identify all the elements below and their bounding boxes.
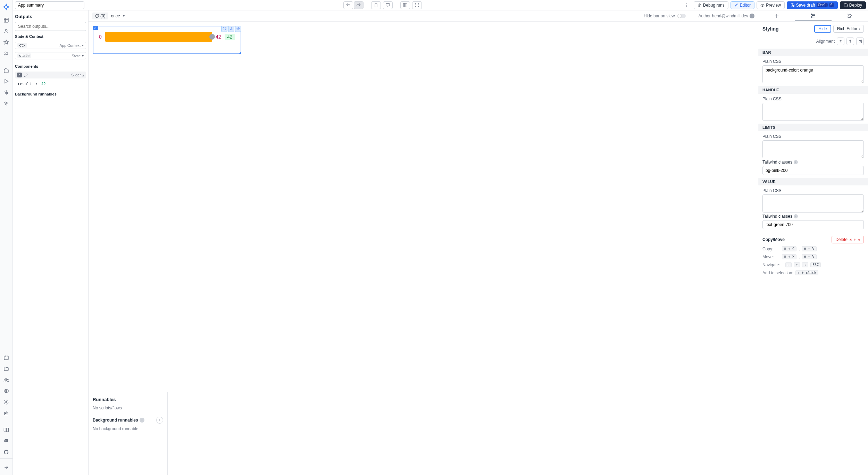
hide-bar-label: Hide bar on view — [644, 14, 675, 18]
state-context-header: State & Context — [15, 34, 86, 39]
windmill-logo-icon[interactable] — [2, 3, 10, 11]
save-draft-button[interactable]: Save draft Ctrl S — [787, 1, 838, 9]
value-css-input[interactable] — [762, 194, 864, 212]
user-icon[interactable] — [1, 26, 11, 36]
limits-css-input[interactable] — [762, 140, 864, 158]
rich-editor-button[interactable]: Rich Editor › — [833, 25, 864, 33]
desktop-view-button[interactable] — [383, 1, 393, 9]
selected-component[interactable]: a 0 42 42 — [93, 26, 241, 54]
deploy-label: Deploy — [849, 3, 862, 8]
workspace-icon[interactable] — [1, 15, 11, 25]
tailwind-label: Tailwind classes — [762, 214, 792, 219]
gear-icon[interactable] — [1, 397, 11, 407]
hide-bar-toggle[interactable] — [677, 14, 686, 18]
outputs-title: Outputs — [15, 13, 86, 20]
slider-thumb[interactable] — [209, 34, 215, 40]
svg-point-22 — [762, 5, 763, 6]
align-right-button[interactable] — [856, 38, 864, 45]
info-icon[interactable]: i — [750, 14, 754, 18]
debug-runs-button[interactable]: Debug runs — [694, 1, 728, 9]
slider-max: 42 — [216, 34, 221, 40]
nav-kbd-up: ↑ — [794, 262, 800, 267]
layout-button[interactable] — [400, 1, 410, 9]
delete-button[interactable]: Delete ⌘ + ⌫ — [832, 236, 864, 243]
align-left-button[interactable] — [837, 38, 844, 45]
svg-point-20 — [686, 6, 687, 7]
undo-button[interactable] — [343, 1, 353, 9]
move-icon[interactable] — [235, 26, 241, 32]
folder-icon[interactable] — [1, 364, 11, 374]
svg-point-21 — [699, 5, 700, 6]
chevron-down-icon[interactable]: ▾ — [123, 14, 125, 18]
value-tailwind-input[interactable] — [762, 220, 864, 229]
state-row[interactable]: state State▾ — [15, 52, 86, 59]
canvas[interactable]: a 0 42 42 — [89, 22, 758, 392]
section-bar-header: BAR — [758, 49, 868, 56]
copymove-title: Copy/Move — [762, 237, 785, 242]
preview-button[interactable]: Preview — [757, 1, 785, 9]
calendar-icon[interactable] — [1, 353, 11, 362]
limits-tailwind-input[interactable] — [762, 166, 864, 175]
dollar-icon[interactable] — [1, 88, 11, 97]
styling-title: Styling — [762, 26, 779, 32]
editor-button[interactable]: Editor — [731, 1, 754, 9]
refresh-once-button[interactable]: (0) — [92, 12, 108, 19]
handle-css-input[interactable] — [762, 103, 864, 121]
nav-kbd-esc: ESC — [810, 262, 821, 267]
redo-button[interactable] — [354, 1, 364, 9]
plain-css-label: Plain CSS — [762, 134, 864, 139]
app-title-input[interactable] — [15, 1, 84, 9]
bar-css-input[interactable] — [762, 65, 864, 83]
expand-sidebar-icon[interactable] — [1, 462, 11, 472]
fullscreen-button[interactable] — [412, 1, 422, 9]
svg-point-15 — [7, 414, 7, 414]
play-icon[interactable] — [1, 76, 11, 86]
chevron-down-icon: ▾ — [82, 43, 84, 47]
book-icon[interactable] — [1, 425, 11, 435]
section-value-header: VALUE — [758, 178, 868, 185]
editor-label: Editor — [740, 3, 751, 8]
pencil-icon — [24, 73, 28, 77]
components-header: Components — [15, 64, 86, 68]
align-center-button[interactable] — [846, 38, 854, 45]
add-selection-kbd: ⇧ + click — [795, 270, 818, 275]
star-icon[interactable] — [1, 38, 11, 47]
svg-rect-17 — [386, 3, 390, 6]
slider-track[interactable] — [105, 32, 212, 42]
info-icon[interactable]: i — [140, 418, 144, 423]
deploy-button[interactable]: Deploy — [840, 1, 866, 9]
info-icon[interactable]: i — [794, 160, 798, 164]
section-handle-header: HANDLE — [758, 86, 868, 94]
slider-value-badge: 42 — [225, 34, 235, 40]
anchor-icon[interactable] — [228, 26, 234, 32]
bot-icon[interactable] — [1, 408, 11, 418]
puzzle-icon[interactable] — [1, 99, 11, 108]
users-icon[interactable] — [1, 49, 11, 58]
svg-point-4 — [5, 102, 6, 103]
svg-point-5 — [7, 102, 8, 103]
mobile-view-button[interactable] — [371, 1, 381, 9]
hide-button[interactable]: Hide — [814, 25, 831, 33]
left-nav — [0, 0, 13, 475]
component-row[interactable]: a Slider ▴ — [15, 72, 86, 78]
more-menu-button[interactable] — [682, 1, 691, 9]
expand-icon[interactable] — [221, 26, 227, 32]
ctx-row[interactable]: ctx App Context▾ — [15, 42, 86, 49]
resize-handle[interactable] — [239, 51, 241, 54]
result-sep: : — [35, 82, 37, 86]
github-icon[interactable] — [1, 447, 11, 457]
home-icon[interactable] — [1, 65, 11, 75]
discord-icon[interactable] — [1, 436, 11, 446]
tab-settings[interactable] — [795, 10, 831, 21]
tab-add[interactable] — [758, 10, 795, 21]
nav-label: Navigate: — [762, 262, 783, 267]
preview-label: Preview — [766, 3, 781, 8]
team-icon[interactable] — [1, 375, 11, 385]
svg-point-1 — [5, 30, 7, 31]
save-kbd1: Ctrl — [817, 3, 828, 7]
eye-icon[interactable] — [1, 386, 11, 396]
info-icon[interactable]: i — [794, 214, 798, 218]
add-bg-runnable-button[interactable]: + — [156, 417, 163, 424]
outputs-search-input[interactable] — [15, 22, 86, 31]
tab-style[interactable] — [832, 10, 868, 21]
